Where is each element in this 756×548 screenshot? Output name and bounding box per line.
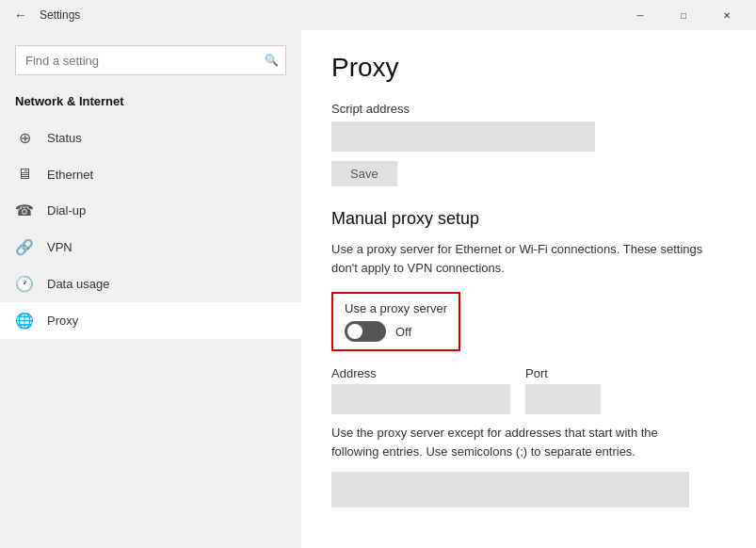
manual-proxy-title: Manual proxy setup <box>331 209 726 229</box>
close-icon: ✕ <box>723 10 731 21</box>
maximize-button[interactable]: □ <box>662 0 705 30</box>
search-container: 🔍 <box>15 45 286 75</box>
sidebar-item-label: Status <box>47 131 82 145</box>
sidebar-section-title: Network & Internet <box>0 90 301 120</box>
use-proxy-toggle-row: Use a proxy server Off <box>331 292 460 351</box>
sidebar-item-vpn[interactable]: 🔗 VPN <box>0 229 301 266</box>
status-icon: ⊕ <box>15 129 34 147</box>
save-button[interactable]: Save <box>331 161 397 186</box>
sidebar-item-status[interactable]: ⊕ Status <box>0 120 301 156</box>
proxy-toggle[interactable] <box>345 321 386 342</box>
sidebar: 🔍 Network & Internet ⊕ Status 🖥 Ethernet… <box>0 30 301 548</box>
maximize-icon: □ <box>681 10 686 21</box>
content-area: Proxy Script address Save Manual proxy s… <box>301 30 756 548</box>
datausage-icon: 🕐 <box>15 275 34 293</box>
address-input[interactable] <box>331 384 510 414</box>
port-field: Port <box>525 366 601 414</box>
window-title: Settings <box>34 8 619 22</box>
script-address-input[interactable] <box>331 121 595 152</box>
sidebar-item-dialup[interactable]: ☎ Dial-up <box>0 192 301 229</box>
dialup-icon: ☎ <box>15 201 34 219</box>
sidebar-item-label: Dial-up <box>47 203 86 218</box>
port-label: Port <box>525 366 601 380</box>
sidebar-item-proxy[interactable]: 🌐 Proxy <box>0 302 301 339</box>
vpn-icon: 🔗 <box>15 238 34 256</box>
main-layout: 🔍 Network & Internet ⊕ Status 🖥 Ethernet… <box>0 30 756 548</box>
toggle-state-label: Off <box>395 325 411 339</box>
port-input[interactable] <box>525 384 601 414</box>
address-field: Address <box>331 366 510 414</box>
minimize-button[interactable]: ─ <box>619 0 662 30</box>
search-input[interactable] <box>15 45 286 75</box>
minimize-icon: ─ <box>636 10 643 21</box>
exceptions-input[interactable] <box>331 472 689 508</box>
sidebar-item-label: Data usage <box>47 277 110 291</box>
proxy-icon: 🌐 <box>15 312 34 330</box>
exceptions-description: Use the proxy server except for addresse… <box>331 424 708 460</box>
address-port-row: Address Port <box>331 366 726 414</box>
script-address-label: Script address <box>331 102 726 116</box>
titlebar: ← Settings ─ □ ✕ <box>0 0 756 30</box>
sidebar-item-label: VPN <box>47 240 72 254</box>
sidebar-item-datausage[interactable]: 🕐 Data usage <box>0 266 301 302</box>
toggle-control: Off <box>345 321 447 342</box>
search-icon: 🔍 <box>265 54 279 67</box>
toggle-knob <box>347 324 362 339</box>
sidebar-item-label: Ethernet <box>47 168 93 182</box>
sidebar-item-label: Proxy <box>47 314 78 328</box>
window-controls: ─ □ ✕ <box>619 0 748 30</box>
back-icon: ← <box>14 8 27 23</box>
page-title: Proxy <box>331 53 726 83</box>
sidebar-item-ethernet[interactable]: 🖥 Ethernet <box>0 156 301 192</box>
ethernet-icon: 🖥 <box>15 166 34 183</box>
manual-proxy-description: Use a proxy server for Ethernet or Wi-Fi… <box>331 240 708 277</box>
close-button[interactable]: ✕ <box>705 0 748 30</box>
back-button[interactable]: ← <box>8 2 34 28</box>
toggle-label: Use a proxy server <box>345 301 447 315</box>
address-label: Address <box>331 366 510 380</box>
